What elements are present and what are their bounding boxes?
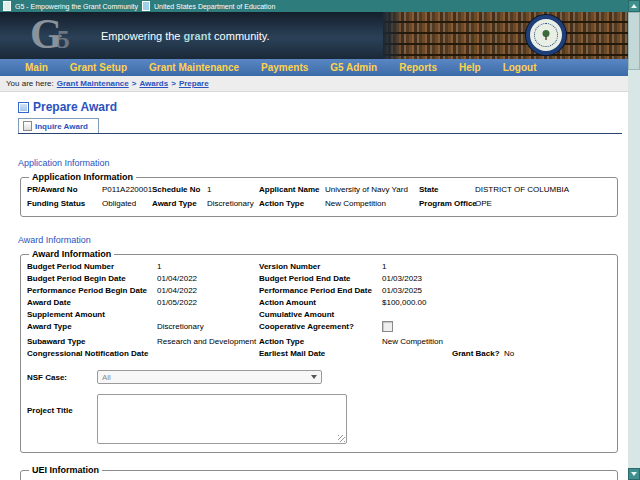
scrollbar-thumb[interactable] <box>628 12 640 70</box>
field-label: Cumulative Amount <box>259 309 382 321</box>
breadcrumb: You are here: Grant Maintenance > Awards… <box>0 76 628 92</box>
nav-logout[interactable]: Logout <box>492 62 548 73</box>
main-nav: Main Grant Setup Grant Maintenance Payme… <box>0 59 628 76</box>
inquire-award-tab-icon <box>23 121 32 131</box>
resize-grip[interactable] <box>338 435 345 442</box>
field-value: 01/05/2022 <box>157 297 259 309</box>
field-value: P011A220001 <box>102 184 152 196</box>
project-title-label: Project Title <box>27 394 97 446</box>
scroll-up-button[interactable] <box>628 0 640 12</box>
vertical-scrollbar[interactable] <box>628 0 640 480</box>
field-value: Discretionary <box>207 198 259 210</box>
award-row: Congressional Notification Date Earliest… <box>27 348 611 360</box>
document-icon <box>3 1 11 11</box>
field-value: OPE <box>475 198 611 210</box>
field-label: Performance Period Begin Date <box>27 285 157 297</box>
field-label: Congressional Notification Date <box>27 348 157 360</box>
field-value: Obligated <box>102 198 152 210</box>
award-information-link[interactable]: Award Information <box>18 235 91 245</box>
arrow-up-icon <box>631 4 637 8</box>
grant-back-label: Grant Back? <box>452 348 504 360</box>
project-title-row: Project Title <box>27 394 611 446</box>
breadcrumb-separator: > <box>132 79 137 88</box>
g5-logo: G5 <box>30 12 70 59</box>
nav-grant-setup[interactable]: Grant Setup <box>59 62 138 73</box>
breadcrumb-prepare[interactable]: Prepare <box>179 79 209 88</box>
window-title-strip: G5 - Empowering the Grant Community Unit… <box>0 0 628 12</box>
field-value <box>382 321 452 336</box>
award-information-fieldset: Award Information Budget Period Number 1… <box>20 249 618 453</box>
application-information-legend: Application Information <box>29 172 136 182</box>
chevron-down-icon <box>311 375 317 379</box>
nav-grant-maintenance[interactable]: Grant Maintenance <box>138 62 250 73</box>
field-value <box>157 348 259 360</box>
field-value <box>157 309 259 321</box>
field-label: Applicant Name <box>259 184 325 196</box>
header-banner: G5 Empowering the grant community. <box>0 12 628 59</box>
window-title-right: United States Department of Education <box>154 3 275 10</box>
award-row: Award Type Discretionary Cooperative Agr… <box>27 321 611 336</box>
award-row: Supplement Amount Cumulative Amount <box>27 309 611 321</box>
application-information-link[interactable]: Application Information <box>18 158 110 168</box>
nsf-case-select[interactable]: All <box>97 370 322 384</box>
field-label: Action Type <box>259 336 382 348</box>
department-of-education-seal <box>526 15 566 55</box>
field-value: University of Navy Yard <box>325 184 419 196</box>
field-value: 1 <box>382 261 452 273</box>
award-row: Subaward Type Research and Development A… <box>27 336 611 348</box>
award-information-legend: Award Information <box>29 249 114 259</box>
award-row: Award Date 01/05/2022 Action Amount $100… <box>27 297 611 309</box>
field-value: 01/04/2022 <box>157 273 259 285</box>
cooperative-agreement-checkbox[interactable] <box>382 321 393 332</box>
award-row: Budget Period Begin Date 01/04/2022 Budg… <box>27 273 611 285</box>
project-title-wrap <box>97 394 347 446</box>
seal-tree-icon <box>540 29 552 41</box>
project-title-textarea[interactable] <box>97 394 347 444</box>
field-label: Budget Period End Date <box>259 273 382 285</box>
breadcrumb-awards[interactable]: Awards <box>139 79 168 88</box>
page-title-row: Prepare Award <box>18 100 622 114</box>
tab-label: Inquire Award <box>35 122 88 131</box>
field-value <box>382 309 452 321</box>
scroll-down-button[interactable] <box>628 468 640 480</box>
field-value: DISTRICT OF COLUMBIA <box>475 184 611 196</box>
field-value: $100,000.00 <box>382 297 452 309</box>
field-label: Cooperative Agreement? <box>259 321 382 336</box>
award-row: Performance Period Begin Date 01/04/2022… <box>27 285 611 297</box>
field-label: State <box>419 184 475 196</box>
field-value: 01/04/2022 <box>157 285 259 297</box>
field-value: Research and Development <box>157 336 259 348</box>
nav-reports[interactable]: Reports <box>388 62 448 73</box>
window-title-left: G5 - Empowering the Grant Community <box>15 3 138 10</box>
application-information-fieldset: Application Information PR/Award No P011… <box>20 172 618 217</box>
seal-inner-ring <box>534 23 558 47</box>
g5-application-window: G5 - Empowering the Grant Community Unit… <box>0 0 640 480</box>
award-row: Budget Period Number 1 Version Number 1 <box>27 261 611 273</box>
field-label: Version Number <box>259 261 382 273</box>
breadcrumb-grant-maintenance[interactable]: Grant Maintenance <box>57 79 129 88</box>
page-title: Prepare Award <box>33 100 117 114</box>
uei-information-legend: UEI Information <box>29 465 102 475</box>
nav-help[interactable]: Help <box>448 62 492 73</box>
nav-g5-admin[interactable]: G5 Admin <box>319 62 388 73</box>
grant-back-value: No <box>504 348 611 360</box>
nav-main[interactable]: Main <box>14 62 59 73</box>
tab-inquire-award[interactable]: Inquire Award <box>18 118 99 133</box>
field-label: PR/Award No <box>27 184 102 196</box>
nav-payments[interactable]: Payments <box>250 62 319 73</box>
field-value: 01/03/2023 <box>382 273 452 285</box>
field-label: Award Type <box>27 321 157 336</box>
field-label: Program Office <box>419 198 475 210</box>
field-label: Earliest Mail Date <box>259 348 382 360</box>
breadcrumb-prefix: You are here: <box>6 79 54 88</box>
field-value: 1 <box>157 261 259 273</box>
prepare-award-icon <box>18 102 29 113</box>
nsf-case-label: NSF Case: <box>27 373 97 382</box>
page-content: Prepare Award Inquire Award Application … <box>0 92 628 480</box>
field-value: New Competition <box>325 198 419 210</box>
field-label: Subaward Type <box>27 336 157 348</box>
arrow-down-icon <box>631 472 637 476</box>
banner-tagline: Empowering the grant community. <box>101 30 270 42</box>
breadcrumb-separator: > <box>171 79 176 88</box>
field-label: Award Date <box>27 297 157 309</box>
